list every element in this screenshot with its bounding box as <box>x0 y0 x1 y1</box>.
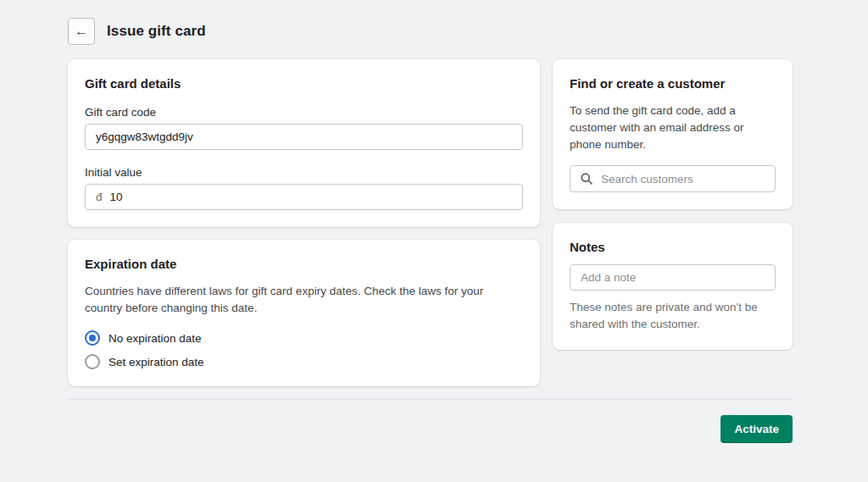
note-input[interactable] <box>570 264 776 291</box>
radio-unselected-icon[interactable] <box>85 354 100 369</box>
footer-actions: Activate <box>68 415 793 443</box>
gift-card-details-heading: Gift card details <box>85 76 523 91</box>
customer-search-input[interactable] <box>601 173 765 186</box>
expiration-heading: Expiration date <box>85 257 523 271</box>
radio-no-expiration[interactable]: No expiration date <box>85 330 523 346</box>
activate-button[interactable]: Activate <box>721 415 793 443</box>
notes-heading: Notes <box>570 240 776 254</box>
gift-card-code-input[interactable] <box>85 124 523 150</box>
footer-divider <box>68 399 793 400</box>
expiration-date-card: Expiration date Countries have different… <box>68 240 540 386</box>
find-customer-card: Find or create a customer To send the gi… <box>553 59 793 209</box>
expiration-description: Countries have different laws for gift c… <box>85 283 523 317</box>
initial-value-field[interactable]: đ <box>85 184 523 210</box>
find-customer-heading: Find or create a customer <box>570 76 776 91</box>
initial-value-label: Initial value <box>85 166 523 179</box>
initial-value-input[interactable] <box>110 191 512 203</box>
currency-prefix: đ <box>96 191 103 203</box>
content-columns: Gift card details Gift card code Initial… <box>68 59 793 386</box>
radio-set-expiration[interactable]: Set expiration date <box>85 354 523 369</box>
search-icon <box>580 172 593 186</box>
radio-selected-icon[interactable] <box>85 330 100 346</box>
notes-help-text: These notes are private and won't be sha… <box>570 299 776 333</box>
radio-no-expiration-label: No expiration date <box>108 332 202 345</box>
gift-card-code-label: Gift card code <box>85 106 523 119</box>
customer-search-field[interactable] <box>570 165 776 192</box>
gift-card-details-card: Gift card details Gift card code Initial… <box>68 59 540 227</box>
page-header: ← Issue gift card <box>68 18 793 45</box>
radio-set-expiration-label: Set expiration date <box>108 356 204 368</box>
left-column: Gift card details Gift card code Initial… <box>68 59 540 386</box>
back-button[interactable]: ← <box>68 18 95 45</box>
notes-card: Notes These notes are private and won't … <box>553 223 793 350</box>
page-container: ← Issue gift card Gift card details Gift… <box>68 0 793 443</box>
back-arrow-icon: ← <box>75 24 88 39</box>
find-customer-description: To send the gift card code, add a custom… <box>570 102 776 153</box>
right-column: Find or create a customer To send the gi… <box>553 59 793 350</box>
page-title: Issue gift card <box>107 23 206 40</box>
